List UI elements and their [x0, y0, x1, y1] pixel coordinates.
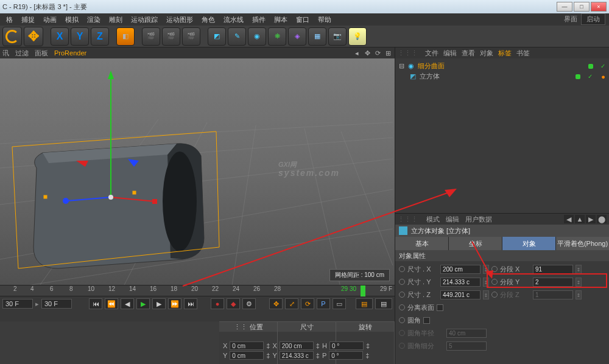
viewport-3d[interactable]: GXI网 system.com 网格间距 : 100 cm [0, 58, 395, 285]
next-key-button[interactable]: ⏩ [168, 298, 181, 309]
frame-end-field[interactable]: 30 F [41, 299, 72, 309]
play-button[interactable]: ▶ [136, 298, 150, 309]
menu-pipeline[interactable]: 流水线 [220, 14, 247, 26]
separate-checkbox[interactable] [437, 304, 443, 311]
launch-button[interactable]: 启动 [581, 13, 605, 25]
size-x-field[interactable]: 200 cm [440, 265, 481, 274]
axis-z-button[interactable]: Z [91, 27, 109, 46]
attr-tab-phong[interactable]: 平滑着色(Phong) [556, 237, 609, 250]
key-pos-button[interactable]: ✥ [269, 298, 283, 309]
radio-icon[interactable] [399, 292, 405, 298]
menu-window[interactable]: 窗口 [292, 14, 313, 26]
timeline-dope-button[interactable]: ▤ [356, 298, 373, 309]
menu-script[interactable]: 脚本 [270, 14, 291, 26]
key-rot-button[interactable]: ⟳ [301, 298, 314, 309]
menu-char[interactable]: 角色 [198, 14, 219, 26]
fillet-checkbox[interactable] [423, 317, 430, 324]
clapper1-icon[interactable]: 🎬 [142, 27, 160, 46]
attr-tab-coord[interactable]: 坐标 [449, 237, 502, 250]
pen-tool-icon[interactable]: ✎ [228, 27, 246, 46]
key-scale-button[interactable]: ⤢ [285, 298, 298, 309]
vp-nav1-icon[interactable]: ◂ [353, 49, 361, 57]
tree-item-label[interactable]: 细分曲面 [418, 61, 445, 71]
pos-y-field[interactable]: 0 cm [230, 351, 264, 360]
camera-tool-icon[interactable]: 📷 [328, 27, 347, 46]
menu-render[interactable]: 渲染 [83, 14, 104, 26]
nav-up-icon[interactable]: ▶ [586, 215, 596, 223]
minimize-button[interactable]: — [557, 2, 572, 12]
vp-nav4-icon[interactable]: ⊞ [384, 49, 392, 57]
rot-h-field[interactable]: 0 ° [329, 341, 364, 350]
particle-tool-icon[interactable]: ❋ [268, 27, 286, 46]
cube-tool-icon[interactable]: ◩ [208, 27, 226, 46]
layer-dot-icon[interactable] [588, 64, 593, 69]
clapper2-icon[interactable]: 🎬 [162, 27, 180, 46]
rot-p-field[interactable]: 0 ° [329, 351, 363, 360]
radio-icon[interactable] [399, 279, 405, 285]
record-button[interactable]: ● [211, 298, 224, 309]
expand-icon[interactable]: ⊟ [399, 62, 404, 70]
nav-lock-icon[interactable]: ⬤ [597, 215, 607, 223]
objtab-view[interactable]: 查看 [462, 49, 475, 58]
nav-fwd-icon[interactable]: ▲ [575, 215, 585, 223]
menu-help[interactable]: 帮助 [314, 14, 335, 26]
cube-primitive-button[interactable]: ◧ [116, 27, 135, 46]
nav-back-icon[interactable]: ◀ [564, 215, 574, 223]
clapper3-icon[interactable]: 🎬 [182, 27, 200, 46]
menu-snap[interactable]: 捕捉 [18, 14, 38, 26]
goto-start-button[interactable]: ⏮ [89, 298, 102, 309]
prev-key-button[interactable]: ⏪ [105, 298, 118, 309]
radio-icon[interactable] [491, 279, 498, 285]
axis-y-button[interactable]: Y [71, 27, 89, 46]
spinner-icon[interactable]: ‡ [483, 290, 489, 299]
autokey-button[interactable]: ◆ [227, 298, 240, 309]
timeline-playhead[interactable] [361, 285, 365, 296]
floor-tool-icon[interactable]: ▦ [308, 27, 326, 46]
undo-button[interactable] [2, 27, 22, 46]
seg-x-field[interactable]: 91 [533, 265, 573, 274]
goto-end-button[interactable]: ⏭ [184, 298, 197, 309]
timeline-fcurve-button[interactable]: ▤ [375, 298, 392, 309]
menu-sim[interactable]: 模拟 [62, 14, 82, 26]
subdiv-tool-icon[interactable]: ◉ [248, 27, 266, 46]
objtab-file[interactable]: 文件 [425, 49, 438, 58]
menu-plugin[interactable]: 插件 [248, 14, 269, 26]
deformer-tool-icon[interactable]: ◈ [288, 27, 306, 46]
menu-capture[interactable]: 格 [2, 14, 16, 26]
menu-sculpt[interactable]: 雕刻 [105, 14, 126, 26]
menu-anim[interactable]: 动画 [40, 14, 60, 26]
vp-nav2-icon[interactable]: ✥ [363, 49, 371, 57]
vp-nav3-icon[interactable]: ⟳ [373, 49, 382, 57]
light-tool-icon[interactable]: 💡 [348, 27, 367, 46]
radio-icon[interactable] [399, 317, 405, 323]
grip-icon[interactable]: ⋮⋮⋮ [398, 49, 418, 57]
viewport-tab-panel[interactable]: 面板 [35, 49, 48, 58]
size-x-field[interactable]: 200 cm [280, 341, 314, 350]
object-tree[interactable]: ⊟ ◉ 细分曲面 ✓ ◩ 立方体 ✓ ● [395, 58, 609, 213]
cube-object[interactable] [33, 144, 204, 268]
size-z-field[interactable]: 449.201 c [440, 290, 481, 299]
layer-dot-icon[interactable] [576, 74, 580, 79]
maximize-button[interactable]: □ [574, 2, 590, 12]
viewport-tab-info[interactable]: 讯 [2, 49, 9, 58]
next-frame-button[interactable]: ▶ [152, 298, 166, 309]
attrtab-edit[interactable]: 编辑 [446, 215, 459, 224]
radio-icon[interactable] [399, 304, 405, 310]
tree-row-cube[interactable]: ◩ 立方体 ✓ ● [398, 71, 607, 82]
tree-row-subdiv[interactable]: ⊟ ◉ 细分曲面 ✓ [398, 61, 607, 71]
axis-x-button[interactable]: X [51, 27, 69, 46]
timeline-ruler[interactable]: 2 4 6 8 10 12 14 16 18 20 22 24 26 28 29… [0, 285, 395, 296]
spinner-icon[interactable]: ‡ [576, 265, 582, 274]
pos-x-field[interactable]: 0 cm [230, 341, 264, 350]
frame-start-field[interactable]: 30 F [2, 299, 33, 309]
key-param-button[interactable]: P [317, 298, 330, 309]
radio-icon[interactable] [491, 266, 498, 272]
viewport-tab-prorender[interactable]: ProRender [54, 49, 86, 57]
objtab-edit[interactable]: 编辑 [443, 49, 457, 58]
radio-icon[interactable] [399, 266, 405, 272]
enable-check-icon[interactable]: ✓ [600, 63, 605, 69]
attrtab-userdata[interactable]: 用户数据 [465, 215, 492, 224]
objtab-bookmarks[interactable]: 书签 [516, 49, 530, 58]
size-y-field[interactable]: 214.333 c [280, 351, 314, 360]
grip-icon[interactable]: ⋮⋮⋮ [398, 215, 418, 223]
